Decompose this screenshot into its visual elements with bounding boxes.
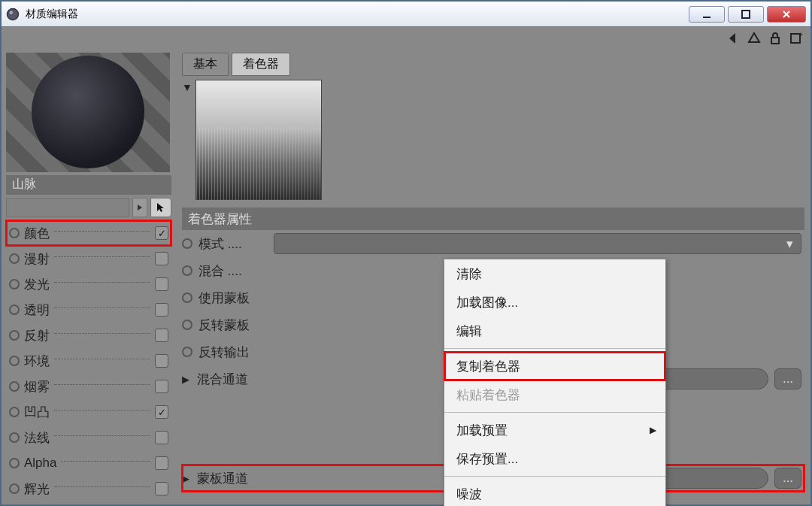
app-icon: [6, 8, 20, 21]
menu-save-preset[interactable]: 保存预置...: [444, 444, 665, 473]
channel-checkbox[interactable]: [155, 329, 168, 342]
blend-channel-more-button[interactable]: ...: [774, 368, 801, 389]
channel-label: 法线: [24, 429, 50, 447]
menu-noise[interactable]: 噪波: [444, 480, 665, 506]
material-name-field[interactable]: 山脉: [6, 175, 171, 195]
channel-bullet-icon: [9, 407, 20, 417]
material-preview[interactable]: [6, 53, 170, 172]
prop-blend-label: 混合 ....: [198, 262, 268, 280]
lock-icon[interactable]: [767, 30, 783, 47]
shader-context-menu: 清除 加载图像... 编辑 复制着色器 粘贴着色器 加载预置▶ 保存预置... …: [444, 259, 666, 506]
svg-rect-3: [742, 11, 750, 18]
picker-expand-button[interactable]: [132, 198, 147, 217]
menu-load-preset[interactable]: 加载预置▶: [444, 416, 665, 444]
menu-separator: [444, 348, 665, 349]
channel-checkbox[interactable]: [155, 431, 168, 444]
channel-color[interactable]: 颜色: [6, 220, 171, 246]
picker-row: [6, 198, 171, 217]
channel-label: 发光: [24, 276, 50, 293]
left-sidebar: 山脉 颜色漫射发光透明反射环境烟雾凹凸法线Alpha辉光: [2, 50, 176, 504]
channel-bullet-icon: [9, 253, 20, 264]
channel-label: 烟雾: [24, 378, 50, 395]
prop-bullet-icon: [182, 292, 192, 303]
submenu-arrow-icon: ▶: [650, 425, 656, 435]
preview-sphere: [32, 56, 144, 168]
shader-preview-toggle[interactable]: ▼: [182, 80, 191, 200]
menu-paste-shader: 粘贴着色器: [444, 380, 665, 409]
channel-label: 透明: [24, 301, 50, 319]
menu-load-image[interactable]: 加载图像...: [444, 288, 665, 317]
channel-bullet-icon: [9, 483, 20, 494]
channel-checkbox[interactable]: [155, 405, 168, 419]
shader-props-header: 着色器属性: [182, 208, 804, 230]
prop-bullet-icon: [182, 265, 192, 276]
new-tab-icon[interactable]: +: [788, 30, 804, 47]
channel-environment[interactable]: 环境: [6, 348, 171, 374]
tabs: 基本 着色器: [182, 53, 804, 77]
channel-alpha[interactable]: Alpha: [6, 450, 171, 476]
menu-separator: [444, 412, 665, 413]
prop-bullet-icon: [182, 238, 192, 249]
channel-normal[interactable]: 法线: [6, 425, 171, 450]
shader-preview[interactable]: [195, 80, 322, 200]
prop-use-mask-label: 使用蒙板: [198, 289, 268, 307]
channel-fog[interactable]: 烟雾: [6, 374, 171, 399]
channel-checkbox[interactable]: [155, 303, 168, 317]
channel-bullet-icon: [9, 305, 20, 315]
channel-bullet-icon: [9, 432, 20, 443]
window-title: 材质编辑器: [26, 8, 689, 21]
close-button[interactable]: [767, 6, 806, 23]
prop-mask-channel-label: 蒙板通道: [197, 470, 266, 487]
expand-triangle-icon[interactable]: ▶: [182, 374, 191, 385]
top-toolbar: +: [2, 27, 810, 50]
channel-bullet-icon: [9, 279, 20, 289]
channel-checkbox[interactable]: [155, 252, 168, 265]
mask-channel-more-button[interactable]: ...: [774, 468, 801, 489]
channel-glow[interactable]: 辉光: [6, 476, 171, 501]
menu-copy-shader[interactable]: 复制着色器: [444, 352, 665, 380]
channel-checkbox[interactable]: [155, 380, 168, 393]
channel-checkbox[interactable]: [155, 354, 168, 368]
svg-point-1: [10, 11, 14, 14]
prop-invert-mask-label: 反转蒙板: [198, 317, 268, 334]
menu-separator: [444, 476, 665, 477]
channel-checkbox[interactable]: [155, 482, 168, 495]
tab-basic[interactable]: 基本: [182, 53, 229, 76]
window-buttons: [689, 6, 806, 23]
channel-label: 环境: [24, 353, 50, 370]
mode-dropdown[interactable]: ▾: [274, 233, 801, 254]
main-area: 山脉 颜色漫射发光透明反射环境烟雾凹凸法线Alpha辉光 基本 着色器 ▼ 着色…: [2, 50, 810, 504]
maximize-button[interactable]: [728, 6, 764, 23]
svg-point-0: [8, 8, 19, 20]
titlebar: 材质编辑器: [2, 2, 810, 27]
channel-diffuse[interactable]: 漫射: [6, 246, 171, 271]
prop-blend-channel-label: 混合通道: [197, 371, 266, 388]
channel-transparency[interactable]: 透明: [6, 297, 171, 323]
channel-checkbox[interactable]: [155, 277, 168, 291]
prop-mode: 模式 .... ▾: [182, 230, 804, 257]
channel-checkbox[interactable]: [155, 226, 168, 240]
channel-reflection[interactable]: 反射: [6, 323, 171, 348]
channel-luminance[interactable]: 发光: [6, 271, 171, 297]
cursor-pick-button[interactable]: [150, 198, 171, 217]
channel-bump[interactable]: 凹凸: [6, 399, 171, 425]
channel-bullet-icon: [9, 330, 20, 341]
menu-edit[interactable]: 编辑: [444, 317, 665, 345]
picker-slot[interactable]: [6, 198, 129, 217]
channel-list: 颜色漫射发光透明反射环境烟雾凹凸法线Alpha辉光: [6, 220, 171, 501]
expand-triangle-icon[interactable]: ▶: [182, 473, 191, 484]
chevron-down-icon: ▾: [786, 236, 793, 252]
channel-label: 反射: [24, 327, 50, 344]
menu-clear[interactable]: 清除: [444, 259, 665, 288]
channel-label: 凹凸: [24, 404, 50, 421]
nav-back-icon[interactable]: [725, 30, 741, 47]
channel-checkbox[interactable]: [155, 456, 168, 470]
material-editor-window: 材质编辑器 + 山脉 颜色漫射发光透明反射环境烟雾凹凸法线Alpha辉光: [0, 0, 812, 506]
nav-up-icon[interactable]: [746, 30, 762, 47]
prop-mode-label: 模式 ....: [198, 235, 268, 253]
channel-bullet-icon: [9, 356, 20, 366]
minimize-button[interactable]: [689, 6, 725, 23]
tab-shader[interactable]: 着色器: [232, 53, 290, 76]
channel-label: Alpha: [24, 456, 56, 471]
svg-rect-2: [703, 17, 710, 18]
